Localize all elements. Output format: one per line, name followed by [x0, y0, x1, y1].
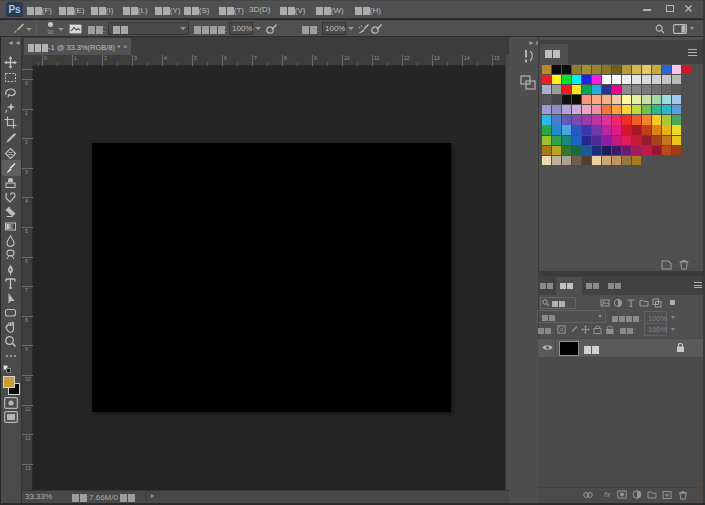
svg-text:fx: fx — [604, 490, 611, 499]
